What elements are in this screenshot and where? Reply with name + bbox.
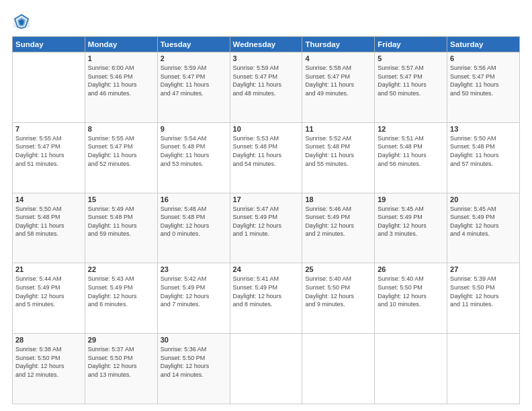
calendar-header-sunday: Sunday [13,37,85,52]
calendar-cell: 13Sunrise: 5:50 AM Sunset: 5:48 PM Dayli… [447,122,520,193]
calendar-cell [302,334,375,404]
calendar-cell: 25Sunrise: 5:40 AM Sunset: 5:50 PM Dayli… [302,263,375,334]
day-number: 4 [305,54,371,62]
day-number: 15 [88,195,154,203]
day-number: 23 [161,265,227,273]
day-number: 6 [450,54,517,62]
calendar-cell: 2Sunrise: 5:59 AM Sunset: 5:47 PM Daylig… [157,52,230,123]
calendar-cell [375,334,447,404]
calendar-cell: 28Sunrise: 5:38 AM Sunset: 5:50 PM Dayli… [13,334,85,404]
day-info: Sunrise: 5:59 AM Sunset: 5:47 PM Dayligh… [233,64,300,97]
calendar-week-2: 7Sunrise: 5:55 AM Sunset: 5:47 PM Daylig… [13,122,520,193]
calendar-cell: 29Sunrise: 5:37 AM Sunset: 5:50 PM Dayli… [85,334,157,404]
calendar-cell [13,52,85,123]
calendar-cell: 9Sunrise: 5:54 AM Sunset: 5:48 PM Daylig… [157,122,230,193]
calendar-cell: 6Sunrise: 5:56 AM Sunset: 5:47 PM Daylig… [447,52,520,123]
day-number: 8 [88,125,154,133]
day-info: Sunrise: 5:40 AM Sunset: 5:50 PM Dayligh… [305,275,371,308]
day-info: Sunrise: 5:43 AM Sunset: 5:49 PM Dayligh… [88,275,154,308]
day-number: 5 [378,54,444,62]
calendar-cell: 12Sunrise: 5:51 AM Sunset: 5:48 PM Dayli… [375,122,447,193]
day-number: 25 [305,265,371,273]
calendar-week-3: 14Sunrise: 5:50 AM Sunset: 5:48 PM Dayli… [13,193,520,263]
calendar-cell: 4Sunrise: 5:58 AM Sunset: 5:47 PM Daylig… [302,52,375,123]
calendar-cell: 1Sunrise: 6:00 AM Sunset: 5:46 PM Daylig… [85,52,157,123]
day-info: Sunrise: 5:54 AM Sunset: 5:48 PM Dayligh… [161,134,227,168]
calendar-header-wednesday: Wednesday [230,37,302,52]
calendar-header-monday: Monday [85,37,157,52]
day-number: 21 [15,265,82,273]
day-info: Sunrise: 5:57 AM Sunset: 5:47 PM Dayligh… [378,64,444,97]
day-number: 18 [305,195,371,203]
calendar-header-saturday: Saturday [447,37,520,52]
calendar-cell: 18Sunrise: 5:46 AM Sunset: 5:49 PM Dayli… [302,193,375,263]
day-number: 19 [378,195,444,203]
calendar: SundayMondayTuesdayWednesdayThursdayFrid… [12,36,520,404]
day-info: Sunrise: 5:37 AM Sunset: 5:50 PM Dayligh… [88,345,154,379]
day-info: Sunrise: 5:45 AM Sunset: 5:49 PM Dayligh… [450,205,517,238]
calendar-cell: 24Sunrise: 5:41 AM Sunset: 5:49 PM Dayli… [230,263,302,334]
day-info: Sunrise: 5:51 AM Sunset: 5:48 PM Dayligh… [378,134,444,168]
calendar-cell: 3Sunrise: 5:59 AM Sunset: 5:47 PM Daylig… [230,52,302,123]
calendar-cell: 14Sunrise: 5:50 AM Sunset: 5:48 PM Dayli… [13,193,85,263]
calendar-week-4: 21Sunrise: 5:44 AM Sunset: 5:49 PM Dayli… [13,263,520,334]
calendar-cell: 19Sunrise: 5:45 AM Sunset: 5:49 PM Dayli… [375,193,447,263]
day-number: 17 [233,195,300,203]
day-number: 22 [88,265,154,273]
day-number: 16 [161,195,227,203]
day-number: 9 [161,125,227,133]
day-number: 13 [450,125,517,133]
day-number: 28 [15,336,82,344]
day-number: 7 [15,125,82,133]
day-info: Sunrise: 5:52 AM Sunset: 5:48 PM Dayligh… [305,134,371,168]
day-info: Sunrise: 5:46 AM Sunset: 5:49 PM Dayligh… [305,205,371,238]
calendar-cell: 7Sunrise: 5:55 AM Sunset: 5:47 PM Daylig… [13,122,85,193]
day-number: 27 [450,265,517,273]
day-info: Sunrise: 5:38 AM Sunset: 5:50 PM Dayligh… [15,345,82,379]
day-info: Sunrise: 5:49 AM Sunset: 5:48 PM Dayligh… [88,205,154,238]
day-info: Sunrise: 5:39 AM Sunset: 5:50 PM Dayligh… [450,275,517,308]
calendar-cell [447,334,520,404]
day-info: Sunrise: 5:36 AM Sunset: 5:50 PM Dayligh… [161,345,227,379]
calendar-cell: 26Sunrise: 5:40 AM Sunset: 5:50 PM Dayli… [375,263,447,334]
day-info: Sunrise: 5:44 AM Sunset: 5:49 PM Dayligh… [15,275,82,308]
day-info: Sunrise: 5:45 AM Sunset: 5:49 PM Dayligh… [378,205,444,238]
calendar-cell: 8Sunrise: 5:55 AM Sunset: 5:47 PM Daylig… [85,122,157,193]
day-info: Sunrise: 5:48 AM Sunset: 5:48 PM Dayligh… [161,205,227,238]
day-info: Sunrise: 5:47 AM Sunset: 5:49 PM Dayligh… [233,205,300,238]
calendar-cell: 16Sunrise: 5:48 AM Sunset: 5:48 PM Dayli… [157,193,230,263]
day-number: 30 [161,336,227,344]
calendar-header-tuesday: Tuesday [157,37,230,52]
day-info: Sunrise: 5:53 AM Sunset: 5:48 PM Dayligh… [233,134,300,168]
day-info: Sunrise: 5:56 AM Sunset: 5:47 PM Dayligh… [450,64,517,97]
calendar-cell: 11Sunrise: 5:52 AM Sunset: 5:48 PM Dayli… [302,122,375,193]
day-number: 3 [233,54,300,62]
day-info: Sunrise: 5:42 AM Sunset: 5:49 PM Dayligh… [161,275,227,308]
calendar-cell: 22Sunrise: 5:43 AM Sunset: 5:49 PM Dayli… [85,263,157,334]
calendar-week-5: 28Sunrise: 5:38 AM Sunset: 5:50 PM Dayli… [13,334,520,404]
calendar-cell: 23Sunrise: 5:42 AM Sunset: 5:49 PM Dayli… [157,263,230,334]
day-number: 11 [305,125,371,133]
day-number: 2 [161,54,227,62]
day-info: Sunrise: 5:58 AM Sunset: 5:47 PM Dayligh… [305,64,371,97]
day-number: 1 [88,54,154,62]
day-number: 12 [378,125,444,133]
day-info: Sunrise: 5:50 AM Sunset: 5:48 PM Dayligh… [450,134,517,168]
day-info: Sunrise: 5:41 AM Sunset: 5:49 PM Dayligh… [233,275,300,308]
calendar-cell: 27Sunrise: 5:39 AM Sunset: 5:50 PM Dayli… [447,263,520,334]
calendar-header-friday: Friday [375,37,447,52]
day-number: 14 [15,195,82,203]
calendar-cell: 10Sunrise: 5:53 AM Sunset: 5:48 PM Dayli… [230,122,302,193]
calendar-header-thursday: Thursday [302,37,375,52]
day-info: Sunrise: 5:59 AM Sunset: 5:47 PM Dayligh… [161,64,227,97]
calendar-cell: 21Sunrise: 5:44 AM Sunset: 5:49 PM Dayli… [13,263,85,334]
calendar-cell [230,334,302,404]
day-number: 10 [233,125,300,133]
logo [12,12,34,31]
calendar-cell: 30Sunrise: 5:36 AM Sunset: 5:50 PM Dayli… [157,334,230,404]
calendar-cell: 17Sunrise: 5:47 AM Sunset: 5:49 PM Dayli… [230,193,302,263]
page: SundayMondayTuesdayWednesdayThursdayFrid… [0,0,532,411]
day-number: 29 [88,336,154,344]
day-info: Sunrise: 5:55 AM Sunset: 5:47 PM Dayligh… [88,134,154,168]
day-info: Sunrise: 6:00 AM Sunset: 5:46 PM Dayligh… [88,64,154,97]
